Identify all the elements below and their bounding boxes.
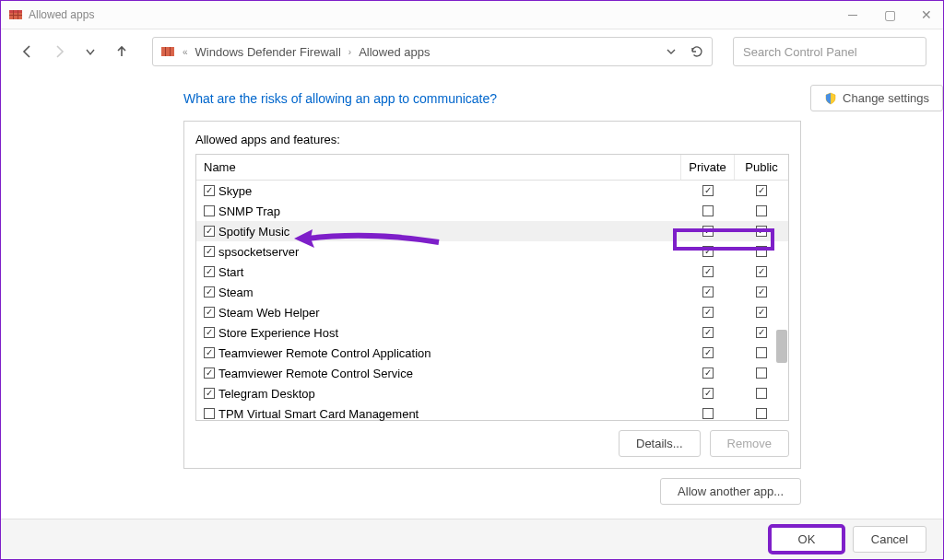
risks-link[interactable]: What are the risks of allowing an app to… <box>183 91 497 106</box>
app-name-label: Store Experience Host <box>218 326 338 340</box>
public-checkbox[interactable] <box>756 185 767 196</box>
table-row[interactable]: spsocketserver <box>196 241 788 262</box>
ok-button[interactable]: OK <box>770 526 844 553</box>
breadcrumb-prefix: « <box>183 47 188 57</box>
app-name-label: Steam Web Helper <box>218 306 320 320</box>
details-button[interactable]: Details... <box>619 430 701 457</box>
app-enabled-checkbox[interactable] <box>204 266 215 277</box>
public-checkbox[interactable] <box>756 327 767 338</box>
table-row[interactable]: Store Experience Host <box>196 322 788 343</box>
public-checkbox[interactable] <box>756 286 767 298</box>
forward-button[interactable] <box>49 41 69 62</box>
window-title: Allowed apps <box>29 8 94 21</box>
app-enabled-checkbox[interactable] <box>204 368 215 379</box>
svg-rect-1 <box>9 10 22 13</box>
up-button[interactable] <box>112 41 132 62</box>
app-name-label: Steam <box>218 286 254 299</box>
table-row[interactable]: SNMP Trap <box>196 201 788 221</box>
app-name-label: SNMP Trap <box>218 204 280 218</box>
table-row[interactable]: TPM Virtual Smart Card Management <box>196 403 788 424</box>
dialog-footer: OK Cancel <box>1 519 943 559</box>
table-row[interactable]: Teamviewer Remote Control Service <box>196 363 788 383</box>
app-name-label: TPM Virtual Smart Card Management <box>218 407 419 421</box>
breadcrumb-item[interactable]: Windows Defender Firewall <box>195 45 341 59</box>
private-checkbox[interactable] <box>702 368 714 379</box>
table-row[interactable]: Skype <box>196 181 788 201</box>
back-button[interactable] <box>18 41 38 62</box>
svg-rect-3 <box>13 10 14 19</box>
scrollbar-thumb[interactable] <box>776 330 787 363</box>
app-name-label: Telegram Desktop <box>218 387 315 401</box>
private-checkbox[interactable] <box>702 246 714 257</box>
table-row[interactable]: Steam <box>196 282 788 302</box>
public-checkbox[interactable] <box>756 246 767 257</box>
chevron-right-icon: › <box>348 47 351 57</box>
close-button[interactable]: ✕ <box>917 7 936 22</box>
dropdown-icon[interactable] <box>666 46 677 57</box>
public-checkbox[interactable] <box>756 347 767 358</box>
private-checkbox[interactable] <box>702 205 714 216</box>
svg-rect-6 <box>165 47 166 56</box>
firewall-icon <box>160 44 175 59</box>
breadcrumb-item[interactable]: Allowed apps <box>359 45 430 59</box>
address-bar[interactable]: « Windows Defender Firewall › Allowed ap… <box>152 37 713 66</box>
public-checkbox[interactable] <box>756 205 767 216</box>
recent-dropdown[interactable] <box>80 41 100 62</box>
panel-label: Allowed apps and features: <box>195 133 789 146</box>
table-row[interactable]: Teamviewer Remote Control Application <box>196 343 788 363</box>
list-header: Name Private Public <box>196 155 788 181</box>
title-bar: Allowed apps ─ ▢ ✕ <box>1 1 943 29</box>
search-input[interactable]: Search Control Panel <box>733 37 926 66</box>
allowed-apps-panel: Allowed apps and features: Name Private … <box>183 121 801 469</box>
app-enabled-checkbox[interactable] <box>204 327 215 338</box>
apps-listbox[interactable]: Name Private Public SkypeSNMP TrapSpotif… <box>195 154 789 421</box>
private-checkbox[interactable] <box>702 408 714 419</box>
app-enabled-checkbox[interactable] <box>204 185 215 196</box>
maximize-button[interactable]: ▢ <box>880 7 899 22</box>
app-enabled-checkbox[interactable] <box>204 408 215 419</box>
public-checkbox[interactable] <box>756 307 767 318</box>
app-name-label: spsocketserver <box>218 245 299 259</box>
column-private[interactable]: Private <box>681 155 735 180</box>
public-checkbox[interactable] <box>756 408 767 419</box>
app-enabled-checkbox[interactable] <box>204 388 215 399</box>
change-settings-button[interactable]: Change settings <box>810 85 943 111</box>
app-enabled-checkbox[interactable] <box>204 347 215 358</box>
private-checkbox[interactable] <box>702 307 714 318</box>
table-row[interactable]: Start <box>196 262 788 282</box>
app-enabled-checkbox[interactable] <box>204 226 215 237</box>
nav-bar: « Windows Defender Firewall › Allowed ap… <box>1 29 943 74</box>
svg-rect-7 <box>170 47 171 56</box>
table-row[interactable]: Telegram Desktop <box>196 383 788 403</box>
svg-rect-4 <box>18 10 18 19</box>
cancel-button[interactable]: Cancel <box>853 526 926 553</box>
minimize-button[interactable]: ─ <box>844 7 862 22</box>
private-checkbox[interactable] <box>702 185 714 196</box>
app-name-label: Teamviewer Remote Control Application <box>218 346 431 360</box>
public-checkbox[interactable] <box>756 266 767 277</box>
refresh-icon[interactable] <box>690 44 704 59</box>
app-enabled-checkbox[interactable] <box>204 205 215 216</box>
table-row[interactable]: Spotify Music <box>196 221 788 241</box>
column-name[interactable]: Name <box>196 155 681 180</box>
allow-another-app-button[interactable]: Allow another app... <box>660 478 801 505</box>
app-name-label: Skype <box>218 184 252 198</box>
search-placeholder: Search Control Panel <box>743 45 857 59</box>
table-row[interactable]: Steam Web Helper <box>196 302 788 322</box>
private-checkbox[interactable] <box>702 327 714 338</box>
app-name-label: Spotify Music <box>218 225 289 239</box>
private-checkbox[interactable] <box>702 226 714 237</box>
app-enabled-checkbox[interactable] <box>204 246 215 257</box>
public-checkbox[interactable] <box>756 226 767 237</box>
private-checkbox[interactable] <box>702 388 714 399</box>
app-name-label: Start <box>218 265 243 279</box>
public-checkbox[interactable] <box>756 388 767 399</box>
svg-rect-5 <box>161 47 174 56</box>
private-checkbox[interactable] <box>702 347 714 358</box>
app-enabled-checkbox[interactable] <box>204 286 215 298</box>
column-public[interactable]: Public <box>735 155 788 180</box>
private-checkbox[interactable] <box>702 286 714 298</box>
private-checkbox[interactable] <box>702 266 714 277</box>
app-enabled-checkbox[interactable] <box>204 307 215 318</box>
public-checkbox[interactable] <box>756 368 767 379</box>
